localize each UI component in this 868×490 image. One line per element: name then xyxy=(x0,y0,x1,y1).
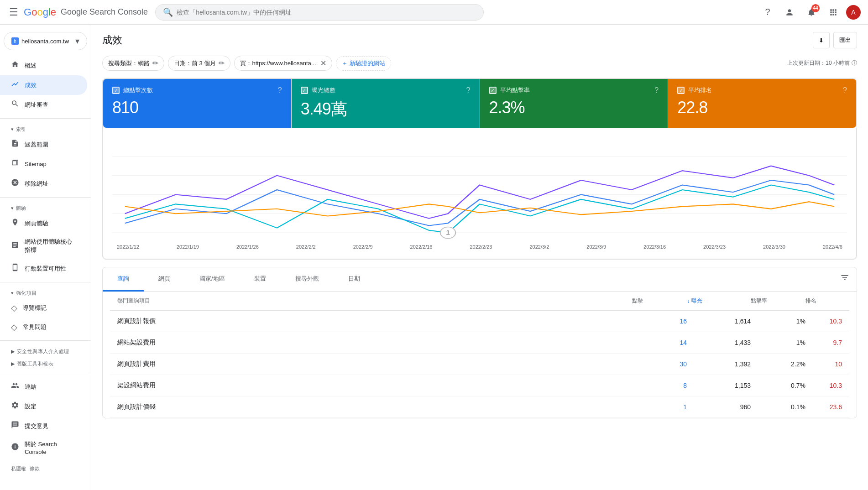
app-header: ☰ Google Google Search Console 🔍 ? 44 A xyxy=(0,0,868,25)
nav-section-security[interactable]: ▶ 安全性與專人介入處理 xyxy=(0,344,91,357)
sidebar-item-core-vitals[interactable]: 網站使用體驗核心指標 xyxy=(0,233,87,259)
sidebar-label-page-experience: 網頁體驗 xyxy=(25,219,48,228)
hamburger-menu-icon[interactable]: ☰ xyxy=(7,5,20,20)
metric-card-ctr[interactable]: ✓ 平均點擊率 ? 2.3% xyxy=(480,79,669,128)
url-filter-label: 買：https://www.hellosanta.... xyxy=(240,59,318,68)
performance-icon xyxy=(11,80,19,90)
date-filter[interactable]: 日期：前 3 個月 ✏ xyxy=(168,56,230,71)
sidebar-item-removals[interactable]: 移除網址 xyxy=(0,174,87,193)
table-row[interactable]: 網站架設費用 14 1,433 1% 9.7 xyxy=(110,332,849,354)
table-row[interactable]: 網頁設計費用 30 1,392 2.2% 10 xyxy=(110,354,849,375)
ctr-value-row4: 0.1% xyxy=(751,403,805,411)
tab-search-appearance[interactable]: 搜尋外觀 xyxy=(281,267,334,292)
ctr-checkbox[interactable]: ✓ xyxy=(489,87,497,94)
account-settings-button[interactable] xyxy=(780,3,799,21)
terms-link[interactable]: 條款 xyxy=(30,465,40,472)
performance-chart: 1 2022/1/12 2022/1/19 2022/1/26 2022/2/2… xyxy=(103,128,857,259)
privacy-link[interactable]: 私隱權 xyxy=(11,465,26,472)
sidebar-item-performance[interactable]: 成效 xyxy=(0,75,87,95)
metric-card-impressions[interactable]: ✓ 曝光總數 ? 3.49萬 xyxy=(292,79,480,128)
user-avatar[interactable]: A xyxy=(846,5,861,20)
sitemap-icon xyxy=(11,159,19,169)
removals-icon xyxy=(11,178,19,189)
metric-card-clicks[interactable]: ✓ 總點擊次數 ? 810 xyxy=(103,79,292,128)
url-search-bar[interactable]: 🔍 xyxy=(155,4,484,21)
x-label-7: 2022/3/2 xyxy=(529,244,549,250)
tab-page[interactable]: 網頁 xyxy=(144,267,185,292)
header-impressions[interactable]: ↓ 曝光 xyxy=(687,297,751,305)
google-logo-text: Google xyxy=(24,6,56,18)
sidebar-item-url-inspection[interactable]: 網址審查 xyxy=(0,95,87,115)
tab-query[interactable]: 查詢 xyxy=(103,267,144,292)
clicks-help-icon[interactable]: ? xyxy=(278,86,282,94)
ctr-help-icon[interactable]: ? xyxy=(654,86,659,94)
help-button[interactable]: ? xyxy=(758,3,777,21)
tab-date[interactable]: 日期 xyxy=(334,267,375,292)
sidebar-item-page-experience[interactable]: 網頁體驗 xyxy=(0,214,87,233)
nav-section-enhancements[interactable]: ▾ 強化項目 xyxy=(0,286,91,298)
last-updated-info-icon: ⓘ xyxy=(852,59,857,67)
site-dropdown-icon: ▾ xyxy=(75,36,79,46)
apps-grid-button[interactable] xyxy=(824,3,842,21)
search-input[interactable] xyxy=(177,9,476,16)
plus-icon: ＋ xyxy=(342,59,348,68)
download-button[interactable]: ⬇ xyxy=(813,32,830,48)
url-filter[interactable]: 買：https://www.hellosanta.... ✕ xyxy=(234,56,332,71)
header-clicks-label: 點擊 xyxy=(632,297,643,305)
tab-device[interactable]: 裝置 xyxy=(240,267,281,292)
sidebar-item-faq[interactable]: ◇ 常見問題 xyxy=(0,318,87,337)
position-help-icon[interactable]: ? xyxy=(843,86,847,94)
sidebar-item-sitemap[interactable]: Sitemap xyxy=(0,154,87,174)
chart-x-labels: 2022/1/12 2022/1/19 2022/1/26 2022/2/2 2… xyxy=(112,244,847,250)
page-experience-icon xyxy=(11,218,19,229)
mobile-usability-icon xyxy=(11,263,19,274)
clicks-value-row3: 8 xyxy=(632,382,687,389)
sidebar-item-mobile-usability[interactable]: 行動裝置可用性 xyxy=(0,259,87,278)
nav-section-index[interactable]: ▾ 索引 xyxy=(0,122,91,135)
sidebar-item-settings[interactable]: 設定 xyxy=(0,396,87,416)
sidebar-label-about: 關於 Search Console xyxy=(25,440,76,455)
metric-card-position[interactable]: ✓ 平均排名 ? 22.8 xyxy=(668,79,856,128)
clicks-checkbox[interactable]: ✓ xyxy=(112,87,120,94)
page-title: 成效 xyxy=(102,33,122,47)
tab-country[interactable]: 國家/地區 xyxy=(185,267,240,292)
url-filter-close-icon[interactable]: ✕ xyxy=(320,59,326,68)
sidebar-label-faq: 常見問題 xyxy=(23,323,47,331)
sidebar-item-links[interactable]: 連結 xyxy=(0,377,87,396)
impressions-help-icon[interactable]: ? xyxy=(466,86,471,94)
impressions-checkbox[interactable]: ✓ xyxy=(301,87,308,94)
header-clicks: 點擊 xyxy=(632,297,687,305)
sidebar-item-about[interactable]: 關於 Search Console xyxy=(0,436,87,460)
impressions-value-row1: 1,433 xyxy=(687,339,751,346)
faq-icon: ◇ xyxy=(11,322,17,332)
app-title: Google Search Console xyxy=(61,7,148,17)
search-type-filter[interactable]: 搜尋類型：網路 ✏ xyxy=(102,56,164,71)
last-updated: 上次更新日期：10 小時前 ⓘ xyxy=(787,59,857,67)
site-selector[interactable]: h hellosanta.com.tw ▾ xyxy=(4,32,87,50)
sidebar-label-coverage: 涵蓋範圍 xyxy=(25,141,48,149)
sidebar-item-overview[interactable]: 概述 xyxy=(0,56,87,75)
impressions-label: 曝光總數 xyxy=(312,86,335,94)
sidebar-item-feedback[interactable]: 提交意見 xyxy=(0,416,87,436)
sidebar-item-breadcrumbs[interactable]: ◇ 導覽標記 xyxy=(0,298,87,318)
nav-section-legacy[interactable]: ▶ 舊版工具和報表 xyxy=(0,357,91,369)
site-favicon: h xyxy=(11,37,19,45)
table-filter-button[interactable] xyxy=(833,267,857,291)
section-arrow-experience: ▾ xyxy=(11,205,14,211)
sidebar-item-coverage[interactable]: 涵蓋範圍 xyxy=(0,135,87,154)
section-arrow-enhance: ▾ xyxy=(11,290,14,296)
x-label-3: 2022/2/2 xyxy=(296,244,316,250)
sidebar-label-settings: 設定 xyxy=(25,402,37,411)
section-label-security: 安全性與專人介入處理 xyxy=(17,348,69,355)
header-query-label: 熱門查詢項目 xyxy=(117,297,150,305)
table-row[interactable]: 網頁設計報價 16 1,614 1% 10.3 xyxy=(110,311,849,332)
position-checkbox[interactable]: ✓ xyxy=(677,87,685,94)
ctr-value-row2: 2.2% xyxy=(751,360,805,368)
table-row[interactable]: 架設網站費用 8 1,153 0.7% 10.3 xyxy=(110,375,849,396)
notifications-button[interactable]: 44 xyxy=(802,3,821,21)
export-button[interactable]: 匯出 xyxy=(833,32,857,48)
add-filter-button[interactable]: ＋ 新驗證的網站 xyxy=(336,56,391,71)
nav-section-experience[interactable]: ▾ 體驗 xyxy=(0,201,91,214)
table-row[interactable]: 網頁設計價錢 1 960 0.1% 23.6 xyxy=(110,396,849,418)
ctr-value-row1: 1% xyxy=(751,339,805,346)
